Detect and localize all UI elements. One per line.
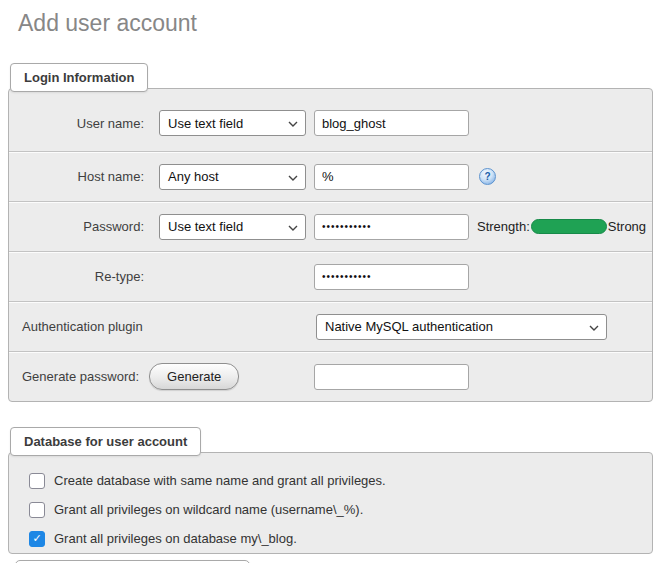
option-create-database: ✓ Create database with same name and gra…	[29, 466, 652, 495]
retype-label: Re-type:	[19, 269, 144, 284]
retype-input[interactable]	[314, 264, 469, 290]
database-options: ✓ Create database with same name and gra…	[9, 453, 652, 553]
generate-password-label: Generate password:	[22, 369, 139, 384]
checkbox-grant-wildcard[interactable]: ✓	[29, 502, 45, 518]
login-legend: Login Information	[10, 63, 148, 92]
username-type-select-value: Use text field	[168, 116, 243, 131]
username-label: User name:	[19, 116, 144, 131]
chevron-down-icon	[589, 325, 599, 331]
option-grant-database: ✓ Grant all privileges on database my\_b…	[29, 524, 652, 553]
username-type-select[interactable]: Use text field	[159, 110, 306, 136]
database-legend: Database for user account	[10, 427, 201, 456]
host-type-select-value: Any host	[168, 169, 219, 184]
password-row: Password: Use text field Strength: Stron…	[9, 201, 652, 251]
auth-plugin-select-value: Native MySQL authentication	[325, 319, 493, 334]
auth-plugin-label: Authentication plugin	[22, 319, 143, 334]
generate-password-row: Generate password: Generate	[9, 351, 652, 401]
host-type-select[interactable]: Any host	[159, 164, 306, 190]
auth-plugin-select[interactable]: Native MySQL authentication	[316, 314, 607, 340]
database-fieldset: ✓ Create database with same name and gra…	[8, 452, 653, 554]
checkbox-grant-database[interactable]: ✓	[29, 531, 45, 547]
retype-row: Re-type:	[9, 251, 652, 301]
password-input[interactable]	[314, 214, 469, 240]
username-row: User name: Use text field	[9, 89, 652, 151]
strength-text: Strong	[608, 219, 646, 234]
check-icon: ✓	[32, 533, 41, 544]
password-type-select-value: Use text field	[168, 219, 243, 234]
auth-plugin-row: Authentication plugin Native MySQL authe…	[9, 301, 652, 351]
strength-meter	[531, 219, 607, 234]
password-type-select[interactable]: Use text field	[159, 214, 306, 240]
hostname-label: Host name:	[19, 169, 144, 184]
option-grant-wildcard-label: Grant all privileges on wildcard name (u…	[54, 502, 363, 517]
checkbox-create-database[interactable]: ✓	[29, 473, 45, 489]
password-strength: Strength: Strong	[477, 219, 646, 234]
hostname-row: Host name: Any host ?	[9, 151, 652, 201]
page-title: Add user account	[18, 10, 660, 37]
chevron-down-icon	[288, 175, 298, 181]
strength-label: Strength:	[477, 219, 530, 234]
chevron-down-icon	[288, 225, 298, 231]
password-label: Password:	[19, 219, 144, 234]
chevron-down-icon	[288, 121, 298, 127]
hostname-input[interactable]	[314, 164, 469, 190]
option-create-database-label: Create database with same name and grant…	[54, 473, 386, 488]
help-icon[interactable]: ?	[479, 168, 496, 185]
option-grant-database-label: Grant all privileges on database my\_blo…	[54, 531, 297, 546]
option-grant-wildcard: ✓ Grant all privileges on wildcard name …	[29, 495, 652, 524]
username-input[interactable]	[314, 110, 469, 136]
login-fieldset: User name: Use text field Host name: Any…	[8, 88, 653, 402]
generated-password-input[interactable]	[314, 364, 469, 390]
generate-button[interactable]: Generate	[149, 363, 239, 390]
